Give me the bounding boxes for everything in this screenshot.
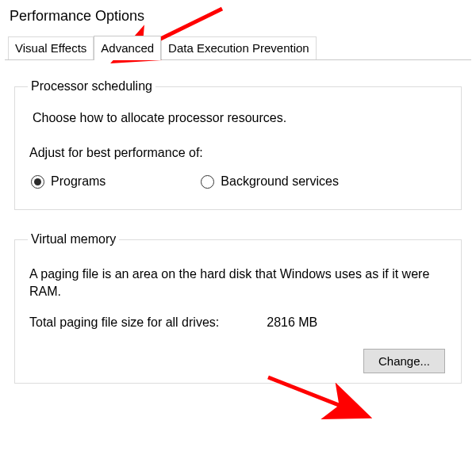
tab-label: Visual Effects [15,41,86,55]
group-legend: Virtual memory [28,232,119,247]
radio-label: Background services [221,174,339,189]
radio-background-services[interactable]: Background services [201,174,339,189]
tab-label: Data Execution Prevention [168,41,309,55]
processor-desc: Choose how to allocate processor resourc… [33,111,448,125]
radio-row: Programs Background services [31,174,448,189]
tab-strip: Visual Effects Advanced Data Execution P… [0,36,476,59]
vm-total-label: Total paging file size for all drives: [29,315,219,330]
radio-icon [201,175,214,189]
tab-baseline [5,59,471,60]
group-legend: Processor scheduling [28,79,155,94]
tab-panel-advanced: Processor scheduling Choose how to alloc… [0,60,476,384]
tab-label: Advanced [101,41,154,55]
tab-dep[interactable]: Data Execution Prevention [161,36,317,59]
radio-label: Programs [51,174,106,189]
vm-total-row: Total paging file size for all drives: 2… [29,315,447,330]
group-virtual-memory: Virtual memory A paging file is an area … [14,232,462,384]
radio-icon [31,175,44,189]
change-button[interactable]: Change... [363,349,445,373]
vm-desc: A paging file is an area on the hard dis… [29,266,447,301]
button-row: Change... [28,349,448,373]
vm-total-value: 2816 MB [267,315,317,330]
radio-programs[interactable]: Programs [31,174,106,189]
window-title: Performance Options [0,0,476,36]
tab-visual-effects[interactable]: Visual Effects [8,36,94,59]
adjust-label: Adjust for best performance of: [29,146,448,160]
group-processor-scheduling: Processor scheduling Choose how to alloc… [14,79,462,210]
tab-advanced[interactable]: Advanced [94,36,161,60]
